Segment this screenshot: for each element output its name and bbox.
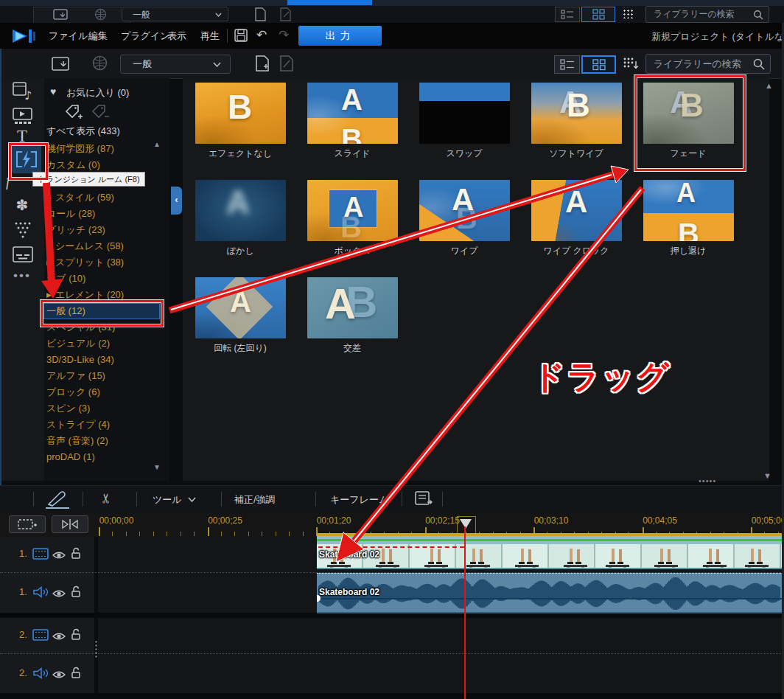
- category-item[interactable]: ▶スプリット (38): [46, 255, 157, 270]
- menu-view[interactable]: 表示: [167, 29, 186, 43]
- library-search-input[interactable]: [645, 54, 771, 74]
- new-folder-icon[interactable]: [253, 55, 271, 72]
- volume-envelope-line[interactable]: [317, 598, 784, 599]
- fix-enhance-button[interactable]: 補正/強調: [234, 493, 276, 507]
- chevron-down-icon[interactable]: [188, 497, 196, 502]
- sort-order-icon[interactable]: [623, 57, 639, 72]
- transition-thumbnail[interactable]: AB: [419, 180, 510, 241]
- subtitle-room-icon[interactable]: [13, 246, 33, 263]
- scroll-up-icon[interactable]: ▲: [765, 81, 773, 90]
- transition-name: 回転 (左回り): [185, 342, 295, 355]
- import-media-icon[interactable]: [52, 55, 72, 72]
- clip-body: Skateboard 02: [317, 536, 784, 569]
- track-visibility-eye-icon[interactable]: [52, 588, 66, 601]
- video-clip[interactable]: Skateboard 02: [317, 533, 784, 569]
- category-item[interactable]: proDAD (1): [46, 450, 157, 465]
- category-item[interactable]: ▶スタイル (59): [46, 190, 157, 205]
- scroll-up-icon[interactable]: ▲: [153, 140, 161, 148]
- track-lock-icon[interactable]: [71, 585, 81, 601]
- transition-thumbnail[interactable]: A: [195, 180, 286, 241]
- transition-thumbnail[interactable]: AB: [307, 180, 398, 241]
- edit-item-icon[interactable]: [278, 55, 295, 72]
- favorites-item[interactable]: お気に入り (0): [66, 86, 129, 100]
- split-scissors-icon[interactable]: ✂: [98, 493, 114, 504]
- save-icon[interactable]: [234, 29, 248, 43]
- video-overlay-room-icon[interactable]: [13, 107, 33, 125]
- category-item[interactable]: アルファ (15): [46, 369, 157, 383]
- storyboard-panel-icon[interactable]: [415, 490, 433, 507]
- thumbnail-letter: A: [230, 287, 251, 316]
- particle-spray-icon[interactable]: [13, 221, 32, 239]
- menu-file[interactable]: ファイル: [49, 29, 88, 43]
- expand-arrow-icon[interactable]: ▶: [46, 194, 52, 201]
- transition-thumbnail[interactable]: AB: [307, 83, 398, 144]
- category-item[interactable]: カスタム (0): [46, 158, 157, 173]
- header-divider[interactable]: [94, 537, 98, 699]
- collapse-panel-tab[interactable]: ‹: [171, 187, 182, 215]
- transition-thumbnail[interactable]: AB: [531, 83, 622, 144]
- powerdirector-window: 一般 ライブラリーの検索 ファイル 編集 プラグイン 表示 再生 ↶ ↷ 出力 …: [0, 0, 784, 699]
- track-visibility-eye-icon[interactable]: [52, 630, 66, 644]
- list-view-button[interactable]: [554, 55, 580, 74]
- category-item[interactable]: ブロック (6): [46, 385, 157, 400]
- track-visibility-eye-icon[interactable]: [52, 549, 66, 563]
- expand-arrow-icon[interactable]: ▶: [46, 243, 52, 250]
- transition-thumbnail[interactable]: B: [195, 83, 286, 144]
- undo-icon[interactable]: ↶: [256, 27, 267, 43]
- category-item[interactable]: スピン (3): [46, 401, 157, 416]
- scroll-down-icon[interactable]: ▼: [153, 463, 161, 471]
- category-item[interactable]: ビジュアル (2): [46, 336, 157, 351]
- category-item[interactable]: ▶シームレス (58): [46, 239, 157, 254]
- background-output-button-fragment: [287, 0, 372, 5]
- panel-resize-handle[interactable]: •••••: [699, 476, 716, 485]
- add-tag-icon[interactable]: [63, 102, 83, 120]
- transition-thumbnail[interactable]: A: [419, 83, 510, 144]
- library-toolbar: 一般: [0, 49, 784, 79]
- category-item[interactable]: ラブ (10): [46, 271, 157, 286]
- redo-icon[interactable]: ↷: [279, 27, 289, 43]
- particle-room-icon[interactable]: ✽: [0, 196, 44, 214]
- menu-edit[interactable]: 編集: [88, 29, 108, 43]
- track-lock-icon[interactable]: [71, 667, 81, 682]
- playhead-line[interactable]: [464, 526, 466, 699]
- menu-play[interactable]: 再生: [200, 29, 220, 43]
- category-item[interactable]: ストライプ (4): [46, 417, 157, 432]
- transition-thumbnail[interactable]: AB: [643, 180, 734, 241]
- annotation-box-transition-room: [9, 143, 48, 180]
- track-visibility-eye-icon[interactable]: [52, 669, 66, 682]
- scroll-down-icon[interactable]: ▼: [763, 471, 771, 480]
- track-lock-icon[interactable]: [71, 547, 81, 563]
- transition-thumbnail[interactable]: A: [531, 180, 622, 241]
- ruler-tick: [194, 532, 195, 536]
- more-rooms-icon[interactable]: •••: [0, 268, 44, 283]
- track-lock-icon[interactable]: [71, 628, 81, 644]
- category-item[interactable]: 幾何学図形 (87): [46, 142, 157, 156]
- expand-arrow-icon[interactable]: ▶: [46, 291, 52, 299]
- background-window-top-strip[interactable]: [0, 0, 784, 6]
- transition-thumbnail[interactable]: A: [195, 277, 286, 338]
- track-manager-button[interactable]: [9, 515, 46, 533]
- show-all-item[interactable]: すべて表示 (433): [46, 125, 120, 138]
- background-search-box: ライブラリーの検索: [645, 6, 769, 23]
- category-dropdown[interactable]: 一般: [120, 55, 231, 74]
- grid-view-button[interactable]: [581, 55, 616, 74]
- keyframe-button[interactable]: キーフレーム: [330, 493, 388, 507]
- category-item[interactable]: 音声 (音楽) (2): [46, 434, 157, 448]
- remove-tag-icon[interactable]: [90, 102, 109, 120]
- audio-clip[interactable]: Skateboard 02: [317, 573, 784, 613]
- output-button[interactable]: 出力: [298, 26, 382, 46]
- category-item[interactable]: グリッチ (23): [46, 223, 157, 237]
- background-window-toolbar[interactable]: 一般 ライブラリーの検索: [0, 6, 784, 23]
- category-item[interactable]: ロール (28): [46, 206, 157, 221]
- category-item[interactable]: 3D/3D-Like (34): [46, 352, 157, 367]
- expand-arrow-icon[interactable]: ▶: [46, 259, 52, 266]
- category-label: ストライプ: [46, 419, 96, 430]
- search-icon[interactable]: [753, 58, 765, 70]
- snap-button[interactable]: [52, 515, 88, 533]
- tools-button[interactable]: ツール: [153, 493, 182, 507]
- download-content-icon[interactable]: [92, 55, 108, 71]
- media-room-icon[interactable]: ♪: [13, 82, 33, 101]
- design-tool-icon[interactable]: [46, 490, 69, 507]
- menu-plugins[interactable]: プラグイン: [121, 29, 170, 43]
- transition-thumbnail[interactable]: AB: [307, 277, 398, 338]
